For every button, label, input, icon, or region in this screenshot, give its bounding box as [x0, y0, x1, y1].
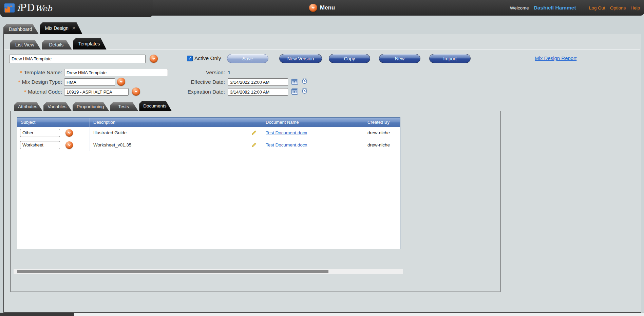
material-code-dropdown-icon[interactable]	[132, 87, 140, 96]
new-button[interactable]: New	[379, 54, 420, 63]
edit-pencil-icon[interactable]	[251, 130, 257, 135]
edit-pencil-icon[interactable]	[251, 142, 257, 147]
active-only-label: Active Only	[194, 55, 221, 61]
tab-list-view-label: List View	[15, 42, 34, 47]
description-cell: Illustrated Guide	[90, 127, 262, 139]
template-name-label: *Template Name:	[4, 70, 62, 76]
version-label: Version:	[146, 70, 225, 76]
tab-templates[interactable]: Templates	[73, 38, 108, 50]
mix-design-type-dropdown-icon[interactable]	[117, 78, 125, 86]
bottom-dark-bar	[0, 313, 74, 316]
subject-dropdown-icon[interactable]	[65, 141, 73, 149]
effective-date-clock-icon[interactable]	[301, 78, 308, 84]
view-tab-strip: List View Details Templates	[10, 38, 108, 50]
required-marker: *	[24, 89, 26, 95]
document-link[interactable]: Test Document.docx	[266, 142, 307, 147]
subject-field[interactable]	[20, 141, 60, 149]
expiration-date-clock-icon[interactable]	[301, 87, 308, 94]
welcome-label: Welcome	[510, 5, 529, 11]
template-dropdown-icon[interactable]	[150, 55, 158, 63]
tab-attributes-label: Attributes	[18, 104, 37, 109]
material-code-label: *Material Code:	[4, 89, 62, 95]
subject-field[interactable]	[20, 129, 60, 137]
expiration-date-field[interactable]	[228, 88, 288, 96]
mix-design-report-link[interactable]: Mix Design Report	[535, 55, 576, 61]
tab-separator-line	[4, 50, 640, 50]
tab-variables[interactable]: Variables	[43, 102, 73, 111]
options-link[interactable]: Options	[610, 5, 626, 11]
table-row: Worksheet_v01.35 Test Document.docx drew…	[17, 139, 400, 151]
description-text: Illustrated Guide	[93, 130, 127, 135]
tab-proportioning-label: Proportioning	[77, 104, 104, 109]
column-header-created-by: Created By	[364, 118, 400, 127]
tab-attributes[interactable]: Attributes	[14, 102, 43, 111]
required-marker: *	[18, 79, 20, 85]
documents-panel: Subject Description Document Name Create…	[11, 111, 500, 292]
log-out-link[interactable]: Log Out	[589, 5, 605, 11]
horizontal-scrollbar[interactable]	[14, 269, 403, 274]
brand-text: iPDWeb	[17, 2, 52, 14]
brand-web: Web	[35, 4, 52, 13]
tab-dashboard-label: Dashboard	[9, 26, 32, 32]
column-header-subject: Subject	[17, 118, 90, 127]
menu-chevron-down-icon[interactable]	[309, 4, 317, 12]
top-bar: iPDWeb Menu Welcome Dashiell Hammet Log …	[0, 0, 644, 16]
document-name-cell: Test Document.docx	[262, 127, 364, 139]
app-logo: iPDWeb	[4, 2, 52, 14]
version-value: 1	[228, 70, 231, 76]
tab-variables-label: Variables	[48, 104, 66, 109]
brand-i: i	[17, 3, 20, 13]
tab-documents-label: Documents	[143, 103, 166, 108]
subject-cell	[17, 139, 90, 151]
tab-tests[interactable]: Tests	[110, 102, 139, 111]
tab-dashboard[interactable]: Dashboard	[3, 24, 40, 34]
subject-cell	[17, 127, 90, 139]
material-code-field[interactable]	[64, 88, 129, 96]
horizontal-scrollbar-thumb[interactable]	[17, 270, 328, 273]
documents-table: Subject Description Document Name Create…	[17, 117, 400, 249]
table-row: Illustrated Guide Test Document.docx dre…	[17, 127, 400, 139]
import-button[interactable]: Import	[429, 54, 471, 63]
template-search-input[interactable]	[9, 55, 146, 63]
puzzle-logo-icon	[4, 3, 15, 13]
new-version-button[interactable]: New Version	[279, 54, 322, 63]
tab-details[interactable]: Details	[42, 40, 73, 50]
mix-design-panel: List View Details Templates Active Only …	[3, 34, 641, 313]
tab-tests-label: Tests	[118, 104, 129, 109]
created-by-cell: drew-niche	[364, 127, 400, 139]
column-header-document-name: Document Name	[262, 118, 364, 127]
tab-documents[interactable]: Documents	[139, 101, 172, 111]
tab-list-view[interactable]: List View	[10, 40, 42, 50]
required-marker: *	[20, 70, 22, 75]
document-name-cell: Test Document.docx	[262, 139, 364, 151]
description-cell: Worksheet_v01.35	[90, 139, 262, 151]
effective-date-label: Effective Date:	[146, 79, 225, 85]
column-header-description: Description	[90, 118, 262, 127]
copy-button[interactable]: Copy	[329, 54, 370, 63]
bottom-strip	[0, 313, 644, 316]
description-text: Worksheet_v01.35	[93, 142, 131, 147]
created-by-cell: drew-niche	[364, 139, 400, 151]
save-button[interactable]: Save	[227, 54, 268, 63]
tab-mix-design[interactable]: Mix Design ✕	[40, 22, 83, 34]
tab-proportioning[interactable]: Proportioning	[73, 102, 110, 111]
subject-dropdown-icon[interactable]	[65, 129, 73, 137]
effective-date-calendar-icon[interactable]	[291, 79, 298, 85]
close-tab-icon[interactable]: ✕	[72, 25, 76, 31]
tab-mix-design-label: Mix Design	[45, 25, 69, 31]
detail-tab-strip: Attributes Variables Proportioning Tests…	[14, 101, 173, 111]
window-tab-strip: Dashboard Mix Design ✕	[3, 22, 83, 34]
menu-label[interactable]: Menu	[320, 4, 335, 11]
effective-date-field[interactable]	[228, 78, 288, 86]
expiration-date-calendar-icon[interactable]	[291, 88, 298, 95]
tab-templates-label: Templates	[78, 41, 100, 46]
menu-button[interactable]: Menu	[309, 0, 335, 16]
document-link[interactable]: Test Document.docx	[266, 130, 307, 135]
tab-details-label: Details	[49, 42, 63, 47]
mix-design-type-label: *Mix Design Type:	[4, 79, 62, 85]
mix-design-type-field[interactable]	[64, 78, 115, 86]
user-bar: Welcome Dashiell Hammet Log Out Options …	[510, 0, 640, 16]
help-link[interactable]: Help	[630, 5, 640, 11]
brand-pd: PD	[20, 2, 35, 14]
active-only-checkbox[interactable]	[187, 56, 193, 61]
